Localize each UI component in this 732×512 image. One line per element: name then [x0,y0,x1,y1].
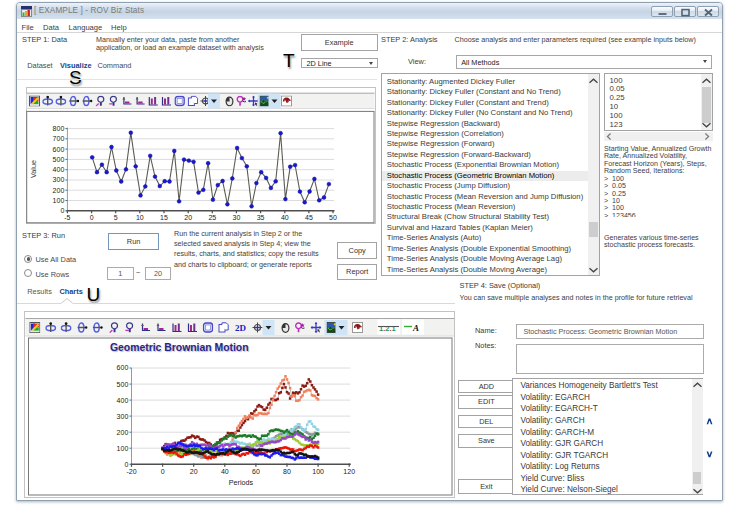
svg-text:15: 15 [160,214,168,221]
svg-text:30: 30 [233,214,241,221]
svg-text:40: 40 [281,214,289,221]
svg-text:0: 0 [90,214,94,221]
svg-text:0: 0 [60,207,64,214]
svg-text:200: 200 [53,187,65,194]
svg-text:5: 5 [114,214,118,221]
svg-text:300: 300 [53,176,65,183]
svg-text:100: 100 [53,197,65,204]
svg-text:45: 45 [305,214,313,221]
svg-text:50: 50 [329,214,337,221]
svg-text:35: 35 [257,214,265,221]
svg-text:800: 800 [53,125,65,132]
svg-text:400: 400 [53,166,65,173]
svg-text:20: 20 [184,214,192,221]
svg-text:500: 500 [53,156,65,163]
svg-text:600: 600 [53,146,65,153]
svg-text:25: 25 [208,214,216,221]
svg-text:700: 700 [53,135,65,142]
svg-text:Value: Value [29,160,38,178]
svg-text:10: 10 [136,214,144,221]
svg-text:-5: -5 [64,214,70,221]
